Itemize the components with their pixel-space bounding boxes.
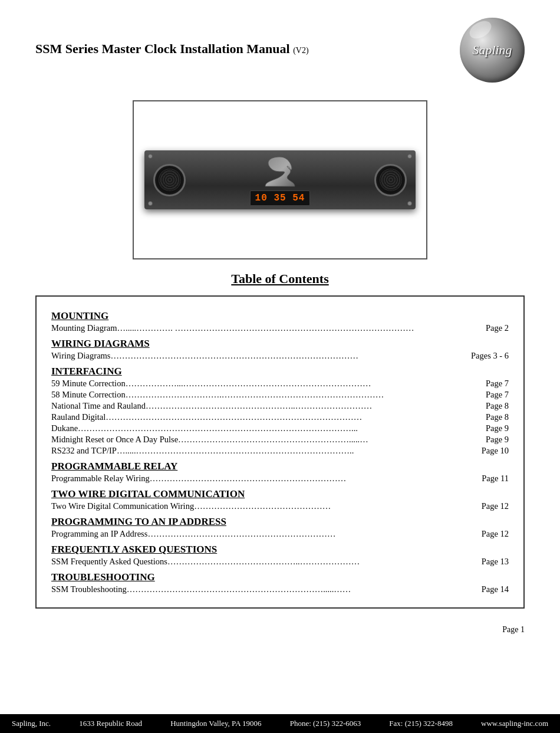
- screw-top-left: [148, 154, 153, 159]
- toc-entry-dukane: Dukane……………………………………………………………………………………..…: [51, 423, 509, 433]
- category-interfacing: INTERFACING: [51, 366, 509, 377]
- toc-entry-rauland-digital: Rauland Digital……………………………………………………………………: [51, 412, 509, 422]
- time-display: 10 35 54: [250, 190, 311, 206]
- toc-entry-national-time: National Time and Rauland…………………………………………: [51, 401, 509, 411]
- screw-bottom-right: [407, 201, 412, 206]
- footer-company: Sapling, Inc.: [12, 719, 51, 728]
- toc-entry-midnight-reset: Midnight Reset or Once A Day Pulse…………………: [51, 435, 509, 445]
- footer-address: 1633 Republic Road: [79, 719, 142, 728]
- footer-city: Huntingdon Valley, PA 19006: [170, 719, 261, 728]
- toc-entry-ip-address: Programming an IP Address…………………………………………: [51, 529, 509, 539]
- screw-bottom-left: [148, 201, 153, 206]
- toc-entry-troubleshooting: SSM Troubleshooting…………………………………………………………: [51, 584, 509, 594]
- speaker-grille-right: [380, 169, 402, 191]
- toc-entry: Wiring Diagrams……………………………………………………………………: [51, 351, 509, 361]
- footer-website: www.sapling-inc.com: [481, 719, 548, 728]
- toc-entry-faq: SSM Frequently Asked Questions……………………………: [51, 557, 509, 567]
- logo-circle: Sapling: [460, 18, 525, 83]
- category-faq: FREQUENTLY ASKED QUESTIONS: [51, 544, 509, 555]
- sapling-s-logo: [256, 154, 304, 189]
- toc-title: Table of Contents: [35, 271, 525, 287]
- category-mounting: MOUNTING: [51, 310, 509, 322]
- device-center: 10 35 54: [186, 154, 374, 206]
- page-number: Page 1: [0, 620, 560, 637]
- footer-phone: Phone: (215) 322-6063: [290, 719, 361, 728]
- table-of-contents: Table of Contents MOUNTING Mounting Diag…: [35, 271, 525, 609]
- company-logo: Sapling: [460, 18, 525, 83]
- toc-entry: Mounting Diagram….....…………. …………………………………: [51, 323, 509, 333]
- toc-entry-two-wire: Two Wire Digital Communication Wiring…………: [51, 501, 509, 511]
- speaker-grille-left: [159, 169, 181, 191]
- header: SSM Series Master Clock Installation Man…: [0, 0, 560, 88]
- logo-shine: [466, 18, 494, 42]
- toc-box: MOUNTING Mounting Diagram….....…………. …………: [35, 295, 525, 609]
- speaker-right: [374, 164, 407, 196]
- footer-fax: Fax: (215) 322-8498: [389, 719, 453, 728]
- category-wiring-diagrams: WIRING DIAGRAMS: [51, 338, 509, 350]
- screw-top-right: [407, 154, 412, 159]
- toc-entry-rs232: RS232 and TCP/IP….....…………………………………………………: [51, 446, 509, 456]
- page-number-text: Page 1: [502, 625, 525, 634]
- logo-text: Sapling: [472, 42, 512, 58]
- category-programmable-relay: PROGRAMMABLE RELAY: [51, 461, 509, 472]
- device-body: 10 35 54: [144, 150, 416, 209]
- title-text: SSM Series Master Clock Installation Man…: [35, 41, 290, 56]
- category-two-wire: TWO WIRE DIGITAL COMMUNICATION: [51, 488, 509, 500]
- category-ip-address: PROGRAMMING TO AN IP ADDRESS: [51, 516, 509, 528]
- device-image-container: 10 35 54: [133, 100, 427, 259]
- display-time-text: 10 35 54: [255, 193, 305, 203]
- category-troubleshooting: TROUBLESHOOTING: [51, 571, 509, 583]
- toc-entry-59min: 59 Minute Correction………………...………………………………: [51, 379, 509, 389]
- toc-entry-prog-relay: Programmable Relay Wiring…………………………………………: [51, 474, 509, 484]
- document-title: SSM Series Master Clock Installation Man…: [35, 18, 309, 57]
- version-text: (V2): [293, 46, 308, 55]
- footer: Sapling, Inc. 1633 Republic Road Hunting…: [0, 714, 560, 733]
- speaker-left: [153, 164, 186, 196]
- toc-entry-58min: 58 Minute Correction…………………………….………………………: [51, 390, 509, 400]
